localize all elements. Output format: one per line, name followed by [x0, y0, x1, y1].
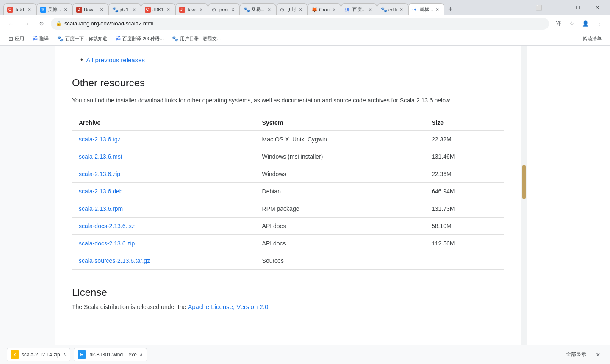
tab-jdkt[interactable]: C JdkT ✕ [3, 3, 36, 15]
translate-icon[interactable]: 译 [552, 18, 564, 30]
tab-close-group[interactable]: ✕ [331, 7, 337, 13]
tab-favicon-wubo: 微 [40, 7, 46, 13]
scrollbar-thumb[interactable] [522, 165, 526, 199]
tab-wubo[interactable]: 微 吴博... ✕ [36, 3, 72, 15]
tab-close-wangyi[interactable]: ✕ [266, 7, 272, 13]
tab-jdk1-c[interactable]: C JDK1 ✕ [141, 3, 175, 15]
previous-releases-section: • All previous releases [72, 49, 504, 63]
minimize-button[interactable]: ─ [549, 1, 568, 14]
bookmark-baidu-label: 百度一下，你就知道 [65, 36, 107, 42]
bullet-point: • [80, 56, 83, 63]
tab-favicon-jdk1-c: C [145, 7, 151, 13]
tab-title-java: Java [187, 7, 197, 12]
apache-license-link[interactable]: Apache License, Version 2.0 [188, 303, 268, 310]
archive-link-4[interactable]: scala-2.13.6.rpm [72, 200, 255, 218]
tab-6feng[interactable]: ⊙ (6封 ✕ [276, 3, 308, 15]
download-item-scala[interactable]: Z scala-2.12.14.zip ∧ [7, 348, 70, 361]
download-name-jdk: jdk-8u301-wind....exe [89, 352, 137, 358]
previous-releases-link[interactable]: All previous releases [86, 56, 145, 63]
system-cell-7: Sources [255, 252, 425, 270]
previous-releases-link-item: • All previous releases [80, 56, 504, 63]
tab-favicon-scala: G [412, 7, 418, 13]
tab-close-dow[interactable]: ✕ [99, 7, 105, 13]
page-content: • All previous releases Other resources … [0, 46, 610, 345]
url-text: scala-lang.org/download/scala2.html [64, 20, 544, 27]
forward-button[interactable]: → [20, 18, 32, 30]
tab-edit[interactable]: 🐾 editi ✕ [377, 3, 408, 15]
size-cell-3: 646.94M [425, 183, 504, 200]
refresh-button[interactable]: ↻ [36, 18, 47, 30]
col-system: System [255, 115, 425, 131]
tab-close-java[interactable]: ✕ [198, 7, 204, 13]
tab-close-jdk1[interactable]: ✕ [131, 7, 137, 13]
tab-close-wubo[interactable]: ✕ [63, 7, 69, 13]
archive-link-2[interactable]: scala-2.13.6.zip [72, 165, 255, 183]
size-cell-1: 131.46M [425, 148, 504, 165]
tab-title-scala: 新标... [420, 6, 433, 13]
bookmark-apps-label: 应用 [15, 36, 24, 42]
bookmark-user-dir[interactable]: 🐾 用户目录 - 赛思文... [169, 34, 224, 44]
archive-link-3[interactable]: scala-2.13.6.deb [72, 183, 255, 200]
profile-icon[interactable]: 👤 [580, 18, 591, 30]
tab-title-edit: editi [388, 7, 397, 12]
address-bar: ← → ↻ 🔒 scala-lang.org/download/scala2.h… [0, 15, 610, 32]
close-button[interactable]: ✕ [588, 1, 607, 14]
tab-profi[interactable]: ⊙ profi ✕ [208, 3, 240, 15]
url-actions: 译 ☆ 👤 ⋮ [552, 18, 605, 30]
tab-title-jdk1: jdk1. [120, 7, 130, 12]
tab-close-edit[interactable]: ✕ [399, 7, 405, 13]
archive-link-1[interactable]: scala-2.13.6.msi [72, 148, 255, 165]
table-row: scala-2.13.6.msiWindows (msi installer)1… [72, 148, 504, 165]
download-icon-scala: Z [11, 350, 19, 359]
license-title: License [72, 287, 504, 298]
tabs-area: C JdkT ✕ 微 吴博... ✕ D Dow... ✕ 🐾 jdk1. ✕ [3, 0, 528, 15]
cast-icon[interactable]: ⬜ [530, 1, 548, 14]
menu-icon[interactable]: ⋮ [593, 18, 605, 30]
bookmarks-bar: ⊞ 应用 译 翻译 🐾 百度一下，你就知道 译 百度翻译-200种语... 🐾 … [0, 32, 610, 46]
tab-close-jdkt[interactable]: ✕ [27, 7, 33, 13]
size-cell-4: 131.73M [425, 200, 504, 218]
license-text-before: The Scala distribution is released under… [72, 303, 188, 310]
tab-close-baidu[interactable]: ✕ [367, 7, 373, 13]
bookmark-baidu[interactable]: 🐾 百度一下，你就知道 [54, 34, 111, 44]
tab-title-profi: profi [219, 7, 228, 12]
tab-java[interactable]: J Java ✕ [175, 3, 208, 15]
show-all-downloads-button[interactable]: 全部显示 [563, 349, 590, 360]
tab-dow[interactable]: D Dow... ✕ [72, 3, 108, 15]
system-cell-2: Windows [255, 165, 425, 183]
tab-title-baidu: 百度... [352, 6, 366, 13]
archive-link-6[interactable]: scala-docs-2.13.6.zip [72, 235, 255, 252]
download-item-jdk[interactable]: E jdk-8u301-wind....exe ∧ [74, 348, 147, 361]
url-bar[interactable]: 🔒 scala-lang.org/download/scala2.html [51, 18, 549, 30]
tab-group[interactable]: 🦊 Grou ✕ [308, 3, 341, 15]
archive-link-0[interactable]: scala-2.13.6.tgz [72, 131, 255, 148]
maximize-button[interactable]: ☐ [568, 1, 587, 14]
tab-close-scala[interactable]: ✕ [435, 7, 441, 13]
download-chevron-scala: ∧ [63, 352, 67, 358]
tab-wangyi[interactable]: 🐾 网易... ✕ [240, 3, 276, 15]
back-button[interactable]: ← [5, 18, 17, 30]
bookmark-translate[interactable]: 译 翻译 [29, 33, 52, 44]
archive-link-7[interactable]: scala-sources-2.13.6.tar.gz [72, 252, 255, 270]
tab-jdk1[interactable]: 🐾 jdk1. ✕ [108, 3, 141, 15]
bookmark-baidu-translate[interactable]: 译 百度翻译-200种语... [112, 33, 167, 44]
tab-close-profi[interactable]: ✕ [230, 7, 236, 13]
new-tab-button[interactable]: + [444, 3, 456, 15]
tab-close-6feng[interactable]: ✕ [298, 7, 304, 13]
size-cell-7 [425, 252, 504, 270]
system-cell-5: API docs [255, 218, 425, 235]
window-controls: ⬜ ─ ☐ ✕ [530, 1, 607, 14]
reading-mode-button[interactable]: 阅读清单 [580, 34, 605, 44]
download-bar-close-button[interactable]: ✕ [593, 350, 603, 360]
bookmark-icon[interactable]: ☆ [566, 18, 578, 30]
tab-close-jdk1-c[interactable]: ✕ [166, 7, 172, 13]
scrollbar[interactable] [521, 46, 527, 345]
col-size: Size [425, 115, 504, 131]
tab-favicon-dow: D [76, 7, 82, 13]
tab-scala[interactable]: G 新标... ✕ [408, 3, 444, 15]
bookmark-apps[interactable]: ⊞ 应用 [5, 34, 28, 44]
archive-link-5[interactable]: scala-docs-2.13.6.txz [72, 218, 255, 235]
tab-title-wubo: 吴博... [48, 6, 61, 13]
tab-baidu[interactable]: 译 百度... ✕ [341, 3, 377, 15]
tab-favicon-jdkt: C [7, 7, 13, 13]
